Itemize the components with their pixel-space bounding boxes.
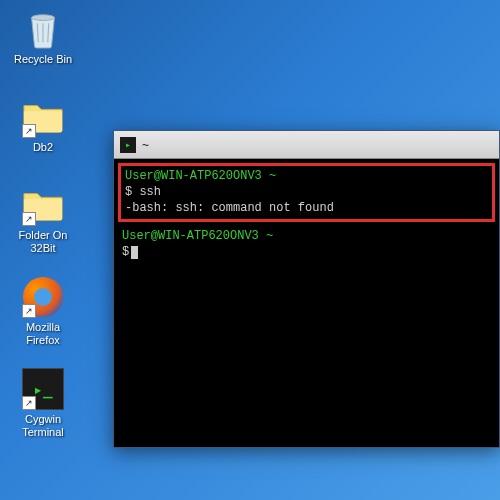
shortcut-arrow-icon: ↗ [22,124,36,138]
desktop-icon-db2[interactable]: ↗ Db2 [8,96,78,154]
window-title: ~ [142,138,149,152]
prompt-symbol: $ [125,185,132,199]
desktop-icon-label: Recycle Bin [14,53,72,66]
desktop-icon-label: Mozilla Firefox [8,321,78,347]
firefox-icon: ↗ [22,276,64,318]
output-text: -bash: ssh: command not found [125,201,334,215]
desktop-icon-label: Cygwin Terminal [8,413,78,439]
cygwin-icon: ▸_ ↗ [22,368,64,410]
titlebar[interactable]: ▸ ~ [114,131,499,159]
svg-point-0 [32,15,55,21]
desktop-icon-label: Folder On 32Bit [8,229,78,255]
desktop-icon-cygwin[interactable]: ▸_ ↗ Cygwin Terminal [8,368,78,439]
prompt-path: ~ [269,169,276,183]
recycle-bin-icon [22,8,64,50]
prompt-path: ~ [266,229,273,243]
terminal-window[interactable]: ▸ ~ User@WIN-ATP620ONV3 ~ $ ssh -bash: s… [113,130,500,448]
terminal-body[interactable]: User@WIN-ATP620ONV3 ~ $ ssh -bash: ssh: … [114,159,499,447]
desktop-icon-recycle-bin[interactable]: Recycle Bin [8,8,78,66]
shortcut-arrow-icon: ↗ [22,304,36,318]
shortcut-arrow-icon: ↗ [22,396,36,410]
highlight-annotation: User@WIN-ATP620ONV3 ~ $ ssh -bash: ssh: … [118,163,495,222]
command-text: ssh [139,185,161,199]
prompt-user-host: User@WIN-ATP620ONV3 [122,229,259,243]
prompt-user-host: User@WIN-ATP620ONV3 [125,169,262,183]
desktop-icon-folder-32bit[interactable]: ↗ Folder On 32Bit [8,184,78,255]
desktop-icon-firefox[interactable]: ↗ Mozilla Firefox [8,276,78,347]
cursor-icon [131,246,138,259]
prompt-symbol: $ [122,245,129,259]
desktop-icon-label: Db2 [33,141,53,154]
folder-icon: ↗ [22,96,64,138]
terminal-app-icon: ▸ [120,137,136,153]
shortcut-arrow-icon: ↗ [22,212,36,226]
folder-icon: ↗ [22,184,64,226]
